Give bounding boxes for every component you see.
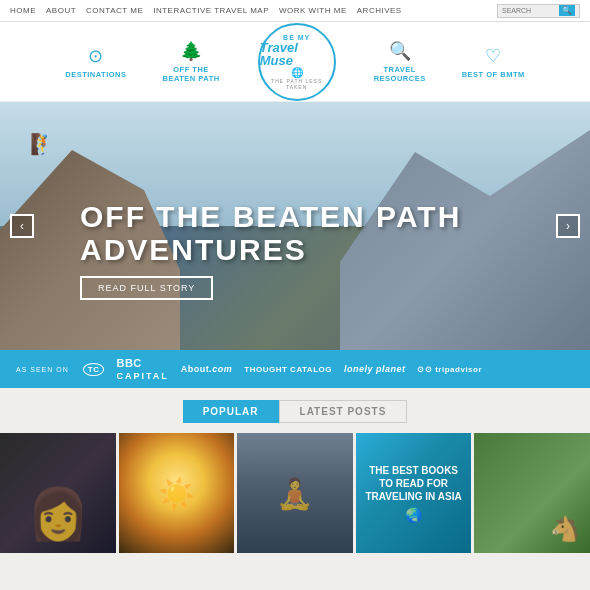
search-input[interactable]	[502, 7, 557, 14]
photo-sunrise: ☀️	[119, 433, 235, 553]
books-globe-icon: 🌏	[405, 507, 422, 523]
latest-posts-tab[interactable]: LATEST POSTS	[279, 400, 408, 423]
brand-tc: TC	[83, 364, 105, 374]
hero-prev-button[interactable]: ‹	[10, 214, 34, 238]
nav-archives[interactable]: ARCHIVES	[357, 6, 402, 15]
brand-bbc-capital: BBCCAPITAL	[116, 357, 168, 381]
photo-books: THE BEST BOOKS TO READ FOR TRAVELING IN …	[356, 433, 472, 553]
hero-next-button[interactable]: ›	[556, 214, 580, 238]
grid-item-2[interactable]: ☀️	[119, 433, 235, 553]
best-of-bmtm-icon: ♡	[485, 45, 501, 67]
destinations-icon: ⊙	[88, 45, 103, 67]
read-full-story-button[interactable]: READ FULL STORY	[80, 276, 213, 300]
hero-figure: 🧗	[30, 132, 55, 156]
nav-items: ⊙ DESTINATIONS 🌲 OFF THEBEATEN PATH BE M…	[10, 23, 580, 101]
logo-globe-icon: 🌐	[291, 67, 303, 78]
hero-title: OFF THE BEATEN PATH ADVENTURES	[80, 200, 510, 266]
grid-item-5[interactable]: 🐴	[474, 433, 590, 553]
logo-travel-muse: Travel Muse	[260, 41, 334, 67]
brand-thought-catalog: THOUGHT CATALOG	[244, 365, 332, 374]
as-seen-on-bar: AS SEEN ON TC BBCCAPITAL About.com THOUG…	[0, 350, 590, 388]
off-beaten-path-icon: 🌲	[180, 40, 202, 62]
nav-off-beaten-path[interactable]: 🌲 OFF THEBEATEN PATH	[145, 40, 238, 83]
top-nav-links: HOME ABOUT CONTACT ME INTERACTIVE TRAVEL…	[10, 6, 402, 15]
nav-destinations[interactable]: ⊙ DESTINATIONS	[47, 45, 144, 79]
off-beaten-path-label: OFF THEBEATEN PATH	[163, 65, 220, 83]
nav-best-of-bmtm[interactable]: ♡ BEST OF BMTM	[444, 45, 543, 79]
site-logo[interactable]: BE MY Travel Muse 🌐 THE PATH LESS TAKEN	[238, 23, 356, 101]
popular-tab[interactable]: POPULAR	[183, 400, 279, 423]
hero-text: OFF THE BEATEN PATH ADVENTURES READ FULL…	[80, 200, 510, 300]
books-overlay: THE BEST BOOKS TO READ FOR TRAVELING IN …	[356, 433, 472, 553]
nav-about[interactable]: ABOUT	[46, 6, 76, 15]
best-of-bmtm-label: BEST OF BMTM	[462, 70, 525, 79]
search-box: 🔍	[497, 4, 580, 18]
grid-item-3[interactable]: 🧘	[237, 433, 353, 553]
top-navigation: HOME ABOUT CONTACT ME INTERACTIVE TRAVEL…	[0, 0, 590, 22]
destinations-label: DESTINATIONS	[65, 70, 126, 79]
brand-logos: TC BBCCAPITAL About.com THOUGHT CATALOG …	[83, 357, 574, 381]
photo-yoga: 🧘	[237, 433, 353, 553]
books-title: THE BEST BOOKS TO READ FOR TRAVELING IN …	[364, 464, 464, 503]
photo-coastal: 🐴	[474, 433, 590, 553]
brand-lonely-planet: lonely planet	[344, 364, 406, 374]
content-tabs: POPULAR LATEST POSTS	[0, 388, 590, 433]
photo-woman: 👩	[0, 433, 116, 553]
brand-about: About.com	[181, 364, 233, 374]
nav-home[interactable]: HOME	[10, 6, 36, 15]
brand-tripadvisor: ⊙⊙ tripadvisor	[417, 365, 482, 374]
logo-circle: BE MY Travel Muse 🌐 THE PATH LESS TAKEN	[258, 23, 336, 101]
as-seen-on-label: AS SEEN ON	[16, 366, 69, 373]
grid-item-1[interactable]: 👩	[0, 433, 116, 553]
image-grid: 👩 ☀️ 🧘 THE BEST BOOKS TO READ FOR TRAVEL…	[0, 433, 590, 553]
nav-work[interactable]: WORK WITH ME	[279, 6, 347, 15]
travel-resources-icon: 🔍	[389, 40, 411, 62]
hero-slider: 🧗 OFF THE BEATEN PATH ADVENTURES READ FU…	[0, 102, 590, 350]
nav-contact[interactable]: CONTACT ME	[86, 6, 143, 15]
grid-item-4[interactable]: THE BEST BOOKS TO READ FOR TRAVELING IN …	[356, 433, 472, 553]
logo-tagline: THE PATH LESS TAKEN	[260, 78, 334, 90]
nav-travel-resources[interactable]: 🔍 TRAVELRESOURCES	[356, 40, 444, 83]
travel-resources-label: TRAVELRESOURCES	[374, 65, 426, 83]
search-button[interactable]: 🔍	[559, 5, 575, 16]
nav-travel-map[interactable]: INTERACTIVE TRAVEL MAP	[153, 6, 269, 15]
main-navigation: ⊙ DESTINATIONS 🌲 OFF THEBEATEN PATH BE M…	[0, 22, 590, 102]
